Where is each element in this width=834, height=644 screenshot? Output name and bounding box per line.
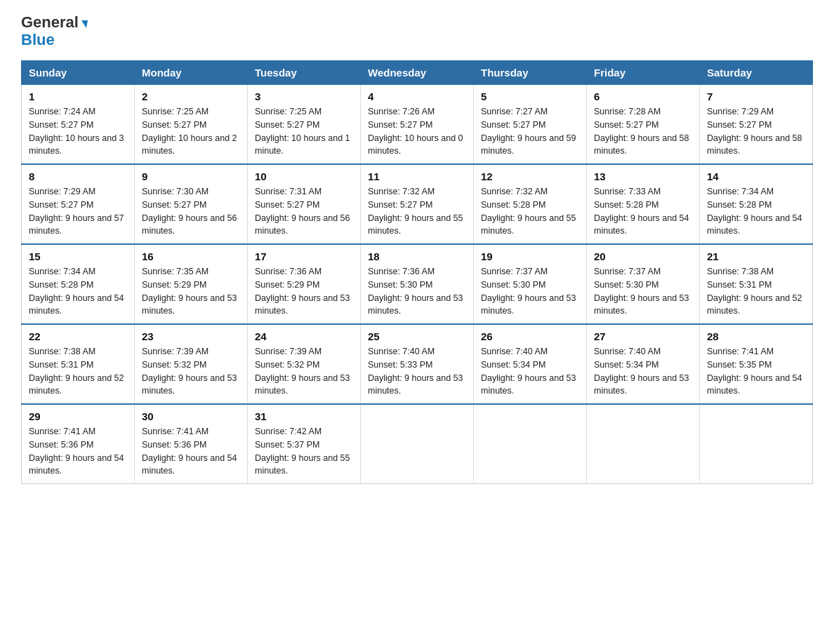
week-row-4: 22 Sunrise: 7:38 AMSunset: 5:31 PMDaylig… bbox=[22, 324, 813, 404]
day-number: 22 bbox=[29, 330, 127, 342]
day-info: Sunrise: 7:34 AMSunset: 5:28 PMDaylight:… bbox=[29, 267, 124, 316]
day-number: 30 bbox=[142, 410, 240, 422]
day-info: Sunrise: 7:41 AMSunset: 5:36 PMDaylight:… bbox=[29, 427, 124, 476]
day-info: Sunrise: 7:28 AMSunset: 5:27 PMDaylight:… bbox=[594, 107, 689, 156]
day-info: Sunrise: 7:26 AMSunset: 5:27 PMDaylight:… bbox=[368, 107, 463, 156]
day-number: 27 bbox=[594, 330, 692, 342]
day-info: Sunrise: 7:39 AMSunset: 5:32 PMDaylight:… bbox=[142, 347, 237, 396]
day-cell: 19 Sunrise: 7:37 AMSunset: 5:30 PMDaylig… bbox=[474, 244, 587, 324]
day-cell: 26 Sunrise: 7:40 AMSunset: 5:34 PMDaylig… bbox=[474, 324, 587, 404]
day-cell: 12 Sunrise: 7:32 AMSunset: 5:28 PMDaylig… bbox=[474, 164, 587, 244]
day-cell: 22 Sunrise: 7:38 AMSunset: 5:31 PMDaylig… bbox=[22, 324, 135, 404]
day-cell: 2 Sunrise: 7:25 AMSunset: 5:27 PMDayligh… bbox=[135, 85, 248, 165]
logo-arrow-icon bbox=[80, 20, 88, 28]
header-row: SundayMondayTuesdayWednesdayThursdayFrid… bbox=[22, 61, 813, 85]
day-number: 13 bbox=[594, 170, 692, 182]
day-info: Sunrise: 7:38 AMSunset: 5:31 PMDaylight:… bbox=[707, 267, 802, 316]
week-row-1: 1 Sunrise: 7:24 AMSunset: 5:27 PMDayligh… bbox=[22, 85, 813, 165]
day-cell bbox=[587, 404, 700, 484]
day-info: Sunrise: 7:25 AMSunset: 5:27 PMDaylight:… bbox=[255, 107, 350, 156]
day-cell: 28 Sunrise: 7:41 AMSunset: 5:35 PMDaylig… bbox=[700, 324, 813, 404]
day-cell: 20 Sunrise: 7:37 AMSunset: 5:30 PMDaylig… bbox=[587, 244, 700, 324]
day-number: 12 bbox=[481, 170, 579, 182]
day-info: Sunrise: 7:38 AMSunset: 5:31 PMDaylight:… bbox=[29, 347, 124, 396]
day-cell: 3 Sunrise: 7:25 AMSunset: 5:27 PMDayligh… bbox=[248, 85, 361, 165]
day-cell bbox=[474, 404, 587, 484]
day-cell: 30 Sunrise: 7:41 AMSunset: 5:36 PMDaylig… bbox=[135, 404, 248, 484]
column-header-thursday: Thursday bbox=[474, 61, 587, 85]
column-header-sunday: Sunday bbox=[22, 61, 135, 85]
day-info: Sunrise: 7:32 AMSunset: 5:27 PMDaylight:… bbox=[368, 187, 463, 236]
day-info: Sunrise: 7:41 AMSunset: 5:36 PMDaylight:… bbox=[142, 427, 237, 476]
day-number: 3 bbox=[255, 90, 353, 102]
day-number: 8 bbox=[29, 170, 127, 182]
day-number: 25 bbox=[368, 330, 466, 342]
day-cell: 24 Sunrise: 7:39 AMSunset: 5:32 PMDaylig… bbox=[248, 324, 361, 404]
day-number: 11 bbox=[368, 170, 466, 182]
day-cell: 21 Sunrise: 7:38 AMSunset: 5:31 PMDaylig… bbox=[700, 244, 813, 324]
day-number: 29 bbox=[29, 410, 127, 422]
week-row-5: 29 Sunrise: 7:41 AMSunset: 5:36 PMDaylig… bbox=[22, 404, 813, 484]
day-cell: 9 Sunrise: 7:30 AMSunset: 5:27 PMDayligh… bbox=[135, 164, 248, 244]
column-header-monday: Monday bbox=[135, 61, 248, 85]
day-cell: 31 Sunrise: 7:42 AMSunset: 5:37 PMDaylig… bbox=[248, 404, 361, 484]
day-info: Sunrise: 7:35 AMSunset: 5:29 PMDaylight:… bbox=[142, 267, 237, 316]
day-cell: 29 Sunrise: 7:41 AMSunset: 5:36 PMDaylig… bbox=[22, 404, 135, 484]
day-info: Sunrise: 7:40 AMSunset: 5:34 PMDaylight:… bbox=[594, 347, 689, 396]
day-info: Sunrise: 7:40 AMSunset: 5:33 PMDaylight:… bbox=[368, 347, 463, 396]
day-info: Sunrise: 7:27 AMSunset: 5:27 PMDaylight:… bbox=[481, 107, 576, 156]
day-cell bbox=[361, 404, 474, 484]
day-number: 4 bbox=[368, 90, 466, 102]
calendar-body: 1 Sunrise: 7:24 AMSunset: 5:27 PMDayligh… bbox=[22, 85, 813, 484]
day-info: Sunrise: 7:41 AMSunset: 5:35 PMDaylight:… bbox=[707, 347, 802, 396]
day-cell: 23 Sunrise: 7:39 AMSunset: 5:32 PMDaylig… bbox=[135, 324, 248, 404]
day-info: Sunrise: 7:36 AMSunset: 5:30 PMDaylight:… bbox=[368, 267, 463, 316]
column-header-wednesday: Wednesday bbox=[361, 61, 474, 85]
day-cell: 16 Sunrise: 7:35 AMSunset: 5:29 PMDaylig… bbox=[135, 244, 248, 324]
day-number: 6 bbox=[594, 90, 692, 102]
day-cell: 18 Sunrise: 7:36 AMSunset: 5:30 PMDaylig… bbox=[361, 244, 474, 324]
day-info: Sunrise: 7:25 AMSunset: 5:27 PMDaylight:… bbox=[142, 107, 237, 156]
day-cell: 7 Sunrise: 7:29 AMSunset: 5:27 PMDayligh… bbox=[700, 85, 813, 165]
day-number: 17 bbox=[255, 250, 353, 262]
calendar-header: SundayMondayTuesdayWednesdayThursdayFrid… bbox=[22, 61, 813, 85]
day-number: 24 bbox=[255, 330, 353, 342]
week-row-3: 15 Sunrise: 7:34 AMSunset: 5:28 PMDaylig… bbox=[22, 244, 813, 324]
day-info: Sunrise: 7:29 AMSunset: 5:27 PMDaylight:… bbox=[707, 107, 802, 156]
day-cell: 25 Sunrise: 7:40 AMSunset: 5:33 PMDaylig… bbox=[361, 324, 474, 404]
day-number: 9 bbox=[142, 170, 240, 182]
logo-blue: Blue bbox=[21, 31, 55, 49]
day-info: Sunrise: 7:36 AMSunset: 5:29 PMDaylight:… bbox=[255, 267, 350, 316]
page-header: General Blue bbox=[21, 14, 813, 49]
day-cell: 11 Sunrise: 7:32 AMSunset: 5:27 PMDaylig… bbox=[361, 164, 474, 244]
day-number: 21 bbox=[707, 250, 805, 262]
day-info: Sunrise: 7:42 AMSunset: 5:37 PMDaylight:… bbox=[255, 427, 350, 476]
day-number: 18 bbox=[368, 250, 466, 262]
day-number: 7 bbox=[707, 90, 805, 102]
day-cell: 17 Sunrise: 7:36 AMSunset: 5:29 PMDaylig… bbox=[248, 244, 361, 324]
column-header-saturday: Saturday bbox=[700, 61, 813, 85]
day-number: 28 bbox=[707, 330, 805, 342]
day-cell: 13 Sunrise: 7:33 AMSunset: 5:28 PMDaylig… bbox=[587, 164, 700, 244]
calendar-table: SundayMondayTuesdayWednesdayThursdayFrid… bbox=[21, 60, 813, 484]
logo-general: General bbox=[21, 14, 79, 31]
day-number: 20 bbox=[594, 250, 692, 262]
logo: General Blue bbox=[21, 14, 87, 49]
day-info: Sunrise: 7:40 AMSunset: 5:34 PMDaylight:… bbox=[481, 347, 576, 396]
day-cell: 15 Sunrise: 7:34 AMSunset: 5:28 PMDaylig… bbox=[22, 244, 135, 324]
day-number: 2 bbox=[142, 90, 240, 102]
day-cell bbox=[700, 404, 813, 484]
day-cell: 14 Sunrise: 7:34 AMSunset: 5:28 PMDaylig… bbox=[700, 164, 813, 244]
column-header-friday: Friday bbox=[587, 61, 700, 85]
day-cell: 5 Sunrise: 7:27 AMSunset: 5:27 PMDayligh… bbox=[474, 85, 587, 165]
day-number: 14 bbox=[707, 170, 805, 182]
day-info: Sunrise: 7:37 AMSunset: 5:30 PMDaylight:… bbox=[594, 267, 689, 316]
day-number: 5 bbox=[481, 90, 579, 102]
day-cell: 6 Sunrise: 7:28 AMSunset: 5:27 PMDayligh… bbox=[587, 85, 700, 165]
day-info: Sunrise: 7:30 AMSunset: 5:27 PMDaylight:… bbox=[142, 187, 237, 236]
day-info: Sunrise: 7:24 AMSunset: 5:27 PMDaylight:… bbox=[29, 107, 124, 156]
day-cell: 1 Sunrise: 7:24 AMSunset: 5:27 PMDayligh… bbox=[22, 85, 135, 165]
day-number: 15 bbox=[29, 250, 127, 262]
day-number: 31 bbox=[255, 410, 353, 422]
day-cell: 8 Sunrise: 7:29 AMSunset: 5:27 PMDayligh… bbox=[22, 164, 135, 244]
